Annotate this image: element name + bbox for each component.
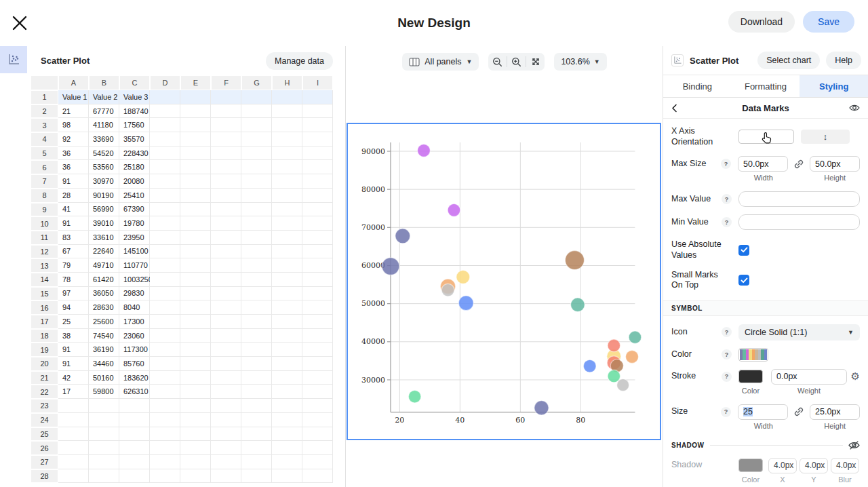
row-number[interactable]: 9 xyxy=(31,203,58,217)
cell[interactable]: 94 xyxy=(58,300,89,315)
row-number[interactable]: 18 xyxy=(31,329,58,343)
cell[interactable] xyxy=(180,132,211,147)
cell[interactable] xyxy=(211,357,241,371)
cell[interactable]: 36050 xyxy=(89,287,119,301)
cell[interactable] xyxy=(302,343,333,357)
scatter-point[interactable] xyxy=(565,251,584,270)
help-badge[interactable]: ? xyxy=(722,217,732,227)
cell[interactable] xyxy=(302,455,333,469)
cell[interactable] xyxy=(211,245,241,259)
cell[interactable] xyxy=(272,216,302,231)
row-number[interactable]: 19 xyxy=(31,343,58,357)
scatter-chart[interactable]: 3000040000500006000070000800009000020406… xyxy=(348,124,660,439)
cell[interactable] xyxy=(150,287,180,301)
cell[interactable]: 85760 xyxy=(119,357,150,371)
cell[interactable]: Value 1 xyxy=(58,90,89,104)
cell[interactable] xyxy=(180,104,211,119)
cell[interactable] xyxy=(150,216,180,231)
cell[interactable] xyxy=(241,441,272,455)
cell[interactable] xyxy=(150,132,180,147)
cell[interactable] xyxy=(89,413,119,427)
cell[interactable] xyxy=(272,118,302,132)
cell[interactable] xyxy=(272,357,302,371)
cell[interactable] xyxy=(150,441,180,455)
column-header[interactable]: I xyxy=(302,75,333,90)
cell[interactable] xyxy=(150,413,180,427)
row-number[interactable]: 25 xyxy=(31,427,58,442)
row-number[interactable]: 22 xyxy=(31,385,58,399)
cell[interactable] xyxy=(272,371,302,385)
cell[interactable] xyxy=(89,427,119,442)
max-size-height-input[interactable]: 50.0px xyxy=(810,156,860,172)
cell[interactable]: 53560 xyxy=(89,160,119,174)
orientation-horizontal-button[interactable]: ↔ xyxy=(738,130,794,144)
cell[interactable]: 117300 xyxy=(119,343,150,357)
cell[interactable] xyxy=(89,441,119,455)
cell[interactable]: 91 xyxy=(58,357,89,371)
cell[interactable] xyxy=(180,273,211,287)
cell[interactable]: 25410 xyxy=(119,189,150,203)
cell[interactable] xyxy=(302,427,333,442)
cell[interactable]: 91 xyxy=(58,174,89,189)
eye-off-icon[interactable] xyxy=(848,441,860,450)
cell[interactable] xyxy=(180,258,211,273)
cell[interactable] xyxy=(302,441,333,455)
scatter-point[interactable] xyxy=(395,229,410,244)
cell[interactable] xyxy=(272,104,302,119)
cell[interactable]: 28630 xyxy=(89,300,119,315)
cell[interactable] xyxy=(272,300,302,315)
cell[interactable]: 21 xyxy=(58,104,89,119)
scatter-point[interactable] xyxy=(583,359,596,372)
cell[interactable] xyxy=(150,343,180,357)
scatter-point[interactable] xyxy=(571,298,585,312)
cell[interactable] xyxy=(241,273,272,287)
cell[interactable]: 49710 xyxy=(89,258,119,273)
cell[interactable] xyxy=(302,174,333,189)
scatter-point[interactable] xyxy=(534,401,549,415)
cell[interactable] xyxy=(272,174,302,189)
cell[interactable] xyxy=(211,90,241,104)
cell[interactable]: 23060 xyxy=(119,329,150,343)
cell[interactable] xyxy=(180,441,211,455)
row-number[interactable]: 8 xyxy=(31,189,58,203)
cell[interactable]: 42 xyxy=(58,371,89,385)
cell[interactable] xyxy=(150,357,180,371)
cell[interactable] xyxy=(211,273,241,287)
cell[interactable]: 25180 xyxy=(119,160,150,174)
cell[interactable] xyxy=(272,147,302,161)
orientation-vertical-button[interactable]: ↕ xyxy=(801,130,850,144)
gear-icon[interactable]: ⚙ xyxy=(851,370,860,383)
cell[interactable] xyxy=(150,118,180,132)
cell[interactable] xyxy=(150,300,180,315)
cell[interactable]: 79 xyxy=(58,258,89,273)
cell[interactable]: 25 xyxy=(58,315,89,329)
cell[interactable] xyxy=(58,469,89,484)
cell[interactable] xyxy=(58,455,89,469)
scatter-point[interactable] xyxy=(626,351,639,364)
cell[interactable] xyxy=(58,427,89,442)
chart-artboard[interactable]: 3000040000500006000070000800009000020406… xyxy=(347,123,661,440)
cell[interactable] xyxy=(180,300,211,315)
cell[interactable] xyxy=(272,231,302,245)
row-number[interactable]: 2 xyxy=(31,104,58,119)
cell[interactable] xyxy=(302,118,333,132)
cell[interactable] xyxy=(302,329,333,343)
cell[interactable] xyxy=(211,315,241,329)
help-badge[interactable]: ? xyxy=(722,194,732,204)
tab-formatting[interactable]: Formatting xyxy=(732,75,800,97)
cell[interactable] xyxy=(272,90,302,104)
cell[interactable]: 34460 xyxy=(89,357,119,371)
cell[interactable] xyxy=(180,174,211,189)
cell[interactable] xyxy=(211,413,241,427)
row-number[interactable]: 7 xyxy=(31,174,58,189)
cell[interactable]: 188740 xyxy=(119,104,150,119)
cell[interactable] xyxy=(119,441,150,455)
max-size-width-input[interactable]: 50.0px xyxy=(738,156,788,172)
cell[interactable] xyxy=(241,427,272,442)
cell[interactable] xyxy=(180,385,211,399)
cell[interactable] xyxy=(150,231,180,245)
row-number[interactable]: 26 xyxy=(31,441,58,455)
cell[interactable] xyxy=(241,455,272,469)
row-number[interactable]: 6 xyxy=(31,160,58,174)
cell[interactable] xyxy=(241,160,272,174)
